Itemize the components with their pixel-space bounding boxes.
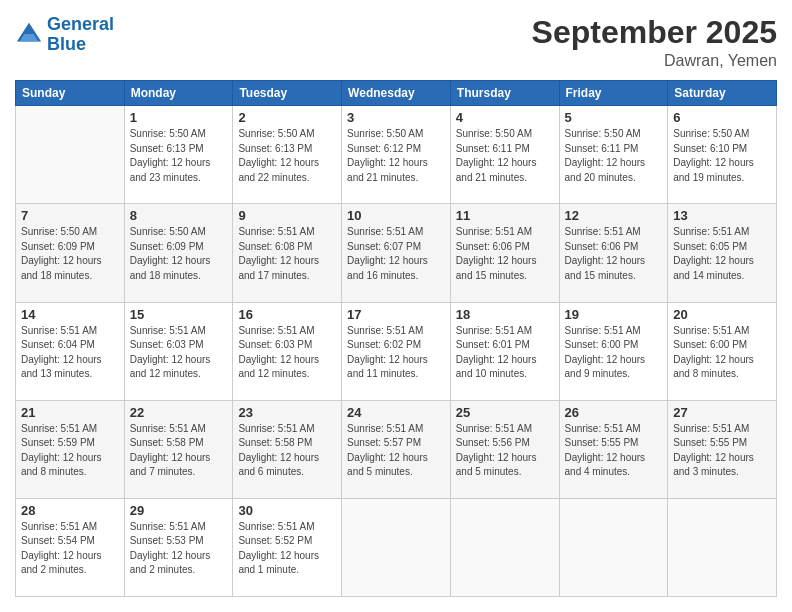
calendar-cell: 11Sunrise: 5:51 AMSunset: 6:06 PMDayligh… — [450, 204, 559, 302]
sun-info: Sunrise: 5:51 AMSunset: 5:55 PMDaylight:… — [673, 422, 771, 480]
sun-info: Sunrise: 5:50 AMSunset: 6:13 PMDaylight:… — [238, 127, 336, 185]
calendar-cell: 3Sunrise: 5:50 AMSunset: 6:12 PMDaylight… — [342, 106, 451, 204]
calendar-cell — [342, 498, 451, 596]
calendar-cell: 19Sunrise: 5:51 AMSunset: 6:00 PMDayligh… — [559, 302, 668, 400]
day-number: 22 — [130, 405, 228, 420]
calendar-cell — [16, 106, 125, 204]
day-number: 8 — [130, 208, 228, 223]
sun-info: Sunrise: 5:51 AMSunset: 6:07 PMDaylight:… — [347, 225, 445, 283]
calendar-cell: 1Sunrise: 5:50 AMSunset: 6:13 PMDaylight… — [124, 106, 233, 204]
calendar-cell: 9Sunrise: 5:51 AMSunset: 6:08 PMDaylight… — [233, 204, 342, 302]
sun-info: Sunrise: 5:51 AMSunset: 5:57 PMDaylight:… — [347, 422, 445, 480]
day-number: 21 — [21, 405, 119, 420]
calendar-cell: 5Sunrise: 5:50 AMSunset: 6:11 PMDaylight… — [559, 106, 668, 204]
calendar-cell: 14Sunrise: 5:51 AMSunset: 6:04 PMDayligh… — [16, 302, 125, 400]
sun-info: Sunrise: 5:51 AMSunset: 5:58 PMDaylight:… — [130, 422, 228, 480]
sun-info: Sunrise: 5:51 AMSunset: 5:59 PMDaylight:… — [21, 422, 119, 480]
sun-info: Sunrise: 5:51 AMSunset: 6:05 PMDaylight:… — [673, 225, 771, 283]
day-number: 27 — [673, 405, 771, 420]
day-number: 19 — [565, 307, 663, 322]
day-number: 7 — [21, 208, 119, 223]
logo-text: General Blue — [47, 15, 114, 55]
col-tuesday: Tuesday — [233, 81, 342, 106]
sun-info: Sunrise: 5:51 AMSunset: 6:00 PMDaylight:… — [565, 324, 663, 382]
calendar-cell: 16Sunrise: 5:51 AMSunset: 6:03 PMDayligh… — [233, 302, 342, 400]
col-wednesday: Wednesday — [342, 81, 451, 106]
calendar-cell: 21Sunrise: 5:51 AMSunset: 5:59 PMDayligh… — [16, 400, 125, 498]
day-number: 4 — [456, 110, 554, 125]
calendar-cell — [559, 498, 668, 596]
day-number: 5 — [565, 110, 663, 125]
sun-info: Sunrise: 5:51 AMSunset: 6:08 PMDaylight:… — [238, 225, 336, 283]
sun-info: Sunrise: 5:51 AMSunset: 5:54 PMDaylight:… — [21, 520, 119, 578]
calendar-cell: 2Sunrise: 5:50 AMSunset: 6:13 PMDaylight… — [233, 106, 342, 204]
calendar-cell: 13Sunrise: 5:51 AMSunset: 6:05 PMDayligh… — [668, 204, 777, 302]
day-number: 1 — [130, 110, 228, 125]
day-number: 28 — [21, 503, 119, 518]
day-number: 3 — [347, 110, 445, 125]
calendar-cell — [450, 498, 559, 596]
calendar-week-row: 1Sunrise: 5:50 AMSunset: 6:13 PMDaylight… — [16, 106, 777, 204]
calendar-cell: 26Sunrise: 5:51 AMSunset: 5:55 PMDayligh… — [559, 400, 668, 498]
sun-info: Sunrise: 5:51 AMSunset: 5:55 PMDaylight:… — [565, 422, 663, 480]
day-number: 25 — [456, 405, 554, 420]
sun-info: Sunrise: 5:50 AMSunset: 6:13 PMDaylight:… — [130, 127, 228, 185]
day-number: 24 — [347, 405, 445, 420]
header: General Blue September 2025 Dawran, Yeme… — [15, 15, 777, 70]
calendar-cell: 22Sunrise: 5:51 AMSunset: 5:58 PMDayligh… — [124, 400, 233, 498]
calendar-cell: 24Sunrise: 5:51 AMSunset: 5:57 PMDayligh… — [342, 400, 451, 498]
month-title: September 2025 — [532, 15, 777, 50]
sun-info: Sunrise: 5:51 AMSunset: 5:58 PMDaylight:… — [238, 422, 336, 480]
calendar-cell — [668, 498, 777, 596]
col-friday: Friday — [559, 81, 668, 106]
calendar-cell: 20Sunrise: 5:51 AMSunset: 6:00 PMDayligh… — [668, 302, 777, 400]
page: General Blue September 2025 Dawran, Yeme… — [0, 0, 792, 612]
day-number: 17 — [347, 307, 445, 322]
sun-info: Sunrise: 5:51 AMSunset: 6:00 PMDaylight:… — [673, 324, 771, 382]
logo: General Blue — [15, 15, 114, 55]
col-saturday: Saturday — [668, 81, 777, 106]
day-number: 12 — [565, 208, 663, 223]
calendar-cell: 15Sunrise: 5:51 AMSunset: 6:03 PMDayligh… — [124, 302, 233, 400]
sun-info: Sunrise: 5:50 AMSunset: 6:10 PMDaylight:… — [673, 127, 771, 185]
calendar-cell: 23Sunrise: 5:51 AMSunset: 5:58 PMDayligh… — [233, 400, 342, 498]
day-number: 23 — [238, 405, 336, 420]
sun-info: Sunrise: 5:51 AMSunset: 6:06 PMDaylight:… — [456, 225, 554, 283]
day-number: 20 — [673, 307, 771, 322]
sun-info: Sunrise: 5:51 AMSunset: 6:03 PMDaylight:… — [238, 324, 336, 382]
calendar-header-row: Sunday Monday Tuesday Wednesday Thursday… — [16, 81, 777, 106]
calendar-week-row: 28Sunrise: 5:51 AMSunset: 5:54 PMDayligh… — [16, 498, 777, 596]
calendar-cell: 30Sunrise: 5:51 AMSunset: 5:52 PMDayligh… — [233, 498, 342, 596]
day-number: 13 — [673, 208, 771, 223]
sun-info: Sunrise: 5:51 AMSunset: 6:01 PMDaylight:… — [456, 324, 554, 382]
location: Dawran, Yemen — [532, 52, 777, 70]
day-number: 11 — [456, 208, 554, 223]
day-number: 9 — [238, 208, 336, 223]
day-number: 15 — [130, 307, 228, 322]
logo-icon — [15, 21, 43, 49]
sun-info: Sunrise: 5:50 AMSunset: 6:12 PMDaylight:… — [347, 127, 445, 185]
sun-info: Sunrise: 5:51 AMSunset: 6:02 PMDaylight:… — [347, 324, 445, 382]
calendar-week-row: 21Sunrise: 5:51 AMSunset: 5:59 PMDayligh… — [16, 400, 777, 498]
sun-info: Sunrise: 5:51 AMSunset: 6:04 PMDaylight:… — [21, 324, 119, 382]
sun-info: Sunrise: 5:50 AMSunset: 6:09 PMDaylight:… — [21, 225, 119, 283]
calendar-cell: 27Sunrise: 5:51 AMSunset: 5:55 PMDayligh… — [668, 400, 777, 498]
calendar-week-row: 14Sunrise: 5:51 AMSunset: 6:04 PMDayligh… — [16, 302, 777, 400]
calendar-cell: 6Sunrise: 5:50 AMSunset: 6:10 PMDaylight… — [668, 106, 777, 204]
calendar-cell: 29Sunrise: 5:51 AMSunset: 5:53 PMDayligh… — [124, 498, 233, 596]
sun-info: Sunrise: 5:51 AMSunset: 5:52 PMDaylight:… — [238, 520, 336, 578]
sun-info: Sunrise: 5:51 AMSunset: 6:03 PMDaylight:… — [130, 324, 228, 382]
calendar-cell: 18Sunrise: 5:51 AMSunset: 6:01 PMDayligh… — [450, 302, 559, 400]
calendar-cell: 4Sunrise: 5:50 AMSunset: 6:11 PMDaylight… — [450, 106, 559, 204]
day-number: 26 — [565, 405, 663, 420]
day-number: 2 — [238, 110, 336, 125]
calendar-cell: 28Sunrise: 5:51 AMSunset: 5:54 PMDayligh… — [16, 498, 125, 596]
calendar-cell: 25Sunrise: 5:51 AMSunset: 5:56 PMDayligh… — [450, 400, 559, 498]
day-number: 29 — [130, 503, 228, 518]
day-number: 14 — [21, 307, 119, 322]
calendar-cell: 7Sunrise: 5:50 AMSunset: 6:09 PMDaylight… — [16, 204, 125, 302]
calendar-cell: 10Sunrise: 5:51 AMSunset: 6:07 PMDayligh… — [342, 204, 451, 302]
col-sunday: Sunday — [16, 81, 125, 106]
title-block: September 2025 Dawran, Yemen — [532, 15, 777, 70]
calendar-week-row: 7Sunrise: 5:50 AMSunset: 6:09 PMDaylight… — [16, 204, 777, 302]
